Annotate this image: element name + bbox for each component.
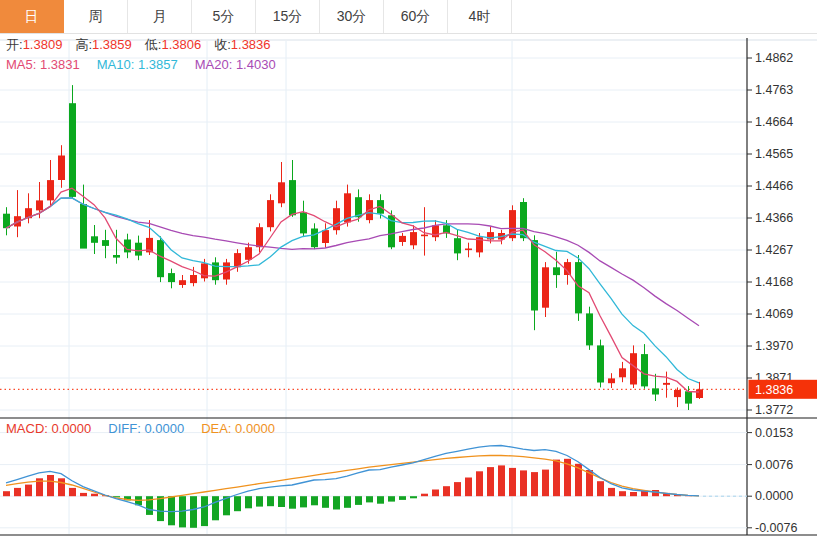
candle-body xyxy=(190,275,197,283)
candle-body xyxy=(256,227,263,247)
price-tick-label: 1.3970 xyxy=(755,339,793,353)
legend-label: MA5: xyxy=(6,57,40,72)
macd-bar xyxy=(25,485,32,497)
macd-bar xyxy=(3,491,10,496)
tab-60min[interactable]: 60分 xyxy=(384,0,448,33)
legend-item: MACD: 0.0000 xyxy=(6,421,91,436)
ma-legend: MA5: 1.3831MA10: 1.3857MA20: 1.4030 xyxy=(6,57,293,72)
price-tick-label: 1.4466 xyxy=(755,179,793,193)
macd-bar xyxy=(157,496,164,521)
price-tick-label: 1.4168 xyxy=(755,275,793,289)
macd-bar xyxy=(421,494,428,497)
legend-label: 收: xyxy=(214,37,231,52)
legend-label: MA10: xyxy=(97,57,138,72)
macd-bar xyxy=(256,496,263,506)
legend-value: 1.3836 xyxy=(231,37,271,52)
legend-item: DEA: 0.0000 xyxy=(201,421,275,436)
legend-value: 1.3859 xyxy=(92,37,132,52)
candle-body xyxy=(399,236,406,242)
legend-value: 1.3809 xyxy=(23,37,63,52)
macd-bar xyxy=(69,488,76,496)
candle-body xyxy=(102,240,109,246)
tab-week[interactable]: 周 xyxy=(64,0,128,33)
candle-body xyxy=(113,255,120,258)
price-tick-label: 1.4069 xyxy=(755,307,793,321)
tab-4hour[interactable]: 4时 xyxy=(448,0,512,33)
candle-body xyxy=(696,389,703,398)
macd-bar xyxy=(432,490,439,497)
legend-item: 收:1.3836 xyxy=(214,37,270,52)
diff-line xyxy=(6,446,699,512)
price-tick-label: 1.4862 xyxy=(755,51,793,65)
macd-bar xyxy=(476,471,483,496)
current-price-tag-label: 1.3836 xyxy=(755,383,793,397)
macd-bar xyxy=(597,481,604,496)
candle-body xyxy=(47,180,54,200)
macd-tick-label: 0.0153 xyxy=(755,426,793,440)
macd-bar xyxy=(344,496,351,508)
legend-item: 开:1.3809 xyxy=(6,37,62,52)
candle-body xyxy=(36,200,43,210)
macd-bar xyxy=(311,496,318,505)
candle-body xyxy=(608,378,615,383)
candle-body xyxy=(168,273,175,282)
candle-body xyxy=(278,182,285,203)
candle-body xyxy=(685,391,692,403)
macd-bar xyxy=(443,486,450,496)
legend-label: MACD: xyxy=(6,421,52,436)
macd-bar xyxy=(168,496,175,525)
legend-item: 高:1.3859 xyxy=(75,37,131,52)
macd-bar xyxy=(465,478,472,497)
macd-bar xyxy=(14,488,21,496)
macd-bar xyxy=(278,496,285,507)
macd-bar xyxy=(91,494,98,497)
ma10-line xyxy=(6,198,699,383)
legend-item: 低:1.3806 xyxy=(145,37,201,52)
macd-bar xyxy=(410,496,417,498)
legend-label: DIFF: xyxy=(108,421,144,436)
macd-bar xyxy=(454,482,461,496)
ma5-line xyxy=(6,188,699,392)
price-tick-label: 1.4267 xyxy=(755,243,793,257)
macd-bar xyxy=(531,472,538,496)
candle-body xyxy=(179,280,186,285)
macd-bar xyxy=(355,496,362,505)
macd-tick-label: -0.0076 xyxy=(755,521,797,535)
legend-value: 1.3831 xyxy=(40,57,80,72)
macd-bar xyxy=(58,478,65,496)
macd-bar xyxy=(619,491,626,496)
price-tick-label: 1.4366 xyxy=(755,211,793,225)
candle-body xyxy=(630,353,637,384)
macd-bar xyxy=(366,496,373,502)
macd-bar xyxy=(399,496,406,500)
tab-day[interactable]: 日 xyxy=(0,0,64,33)
candle-body xyxy=(91,236,98,243)
ohlc-legend: 开:1.3809高:1.3859低:1.3806收:1.3836 xyxy=(6,36,284,54)
candle-body xyxy=(454,238,461,253)
chart-canvas[interactable]: 1.48621.47631.46641.45651.44661.43661.42… xyxy=(0,33,817,542)
macd-bar xyxy=(300,496,307,507)
candle-body xyxy=(69,103,76,197)
macd-bar xyxy=(487,467,494,496)
macd-bar xyxy=(289,496,296,509)
candle-body xyxy=(300,212,307,233)
legend-item: MA10: 1.3857 xyxy=(97,57,178,72)
candle-body xyxy=(542,267,549,307)
legend-label: DEA: xyxy=(201,421,235,436)
macd-bar xyxy=(212,496,219,520)
tab-15min[interactable]: 15分 xyxy=(256,0,320,33)
candle-body xyxy=(531,240,538,310)
candle-body xyxy=(586,313,593,345)
candlestick-series xyxy=(3,85,703,410)
legend-item: MA5: 1.3831 xyxy=(6,57,80,72)
macd-bar xyxy=(245,496,252,508)
tab-5min[interactable]: 5分 xyxy=(192,0,256,33)
tab-30min[interactable]: 30分 xyxy=(320,0,384,33)
candle-body xyxy=(58,156,65,181)
candle-body xyxy=(652,388,659,394)
price-tick-label: 1.4664 xyxy=(755,115,793,129)
macd-legend: MACD: 0.0000DIFF: 0.0000DEA: 0.0000 xyxy=(6,421,292,436)
price-tick-label: 1.4763 xyxy=(755,83,793,97)
tab-month[interactable]: 月 xyxy=(128,0,192,33)
macd-bar xyxy=(520,470,527,496)
